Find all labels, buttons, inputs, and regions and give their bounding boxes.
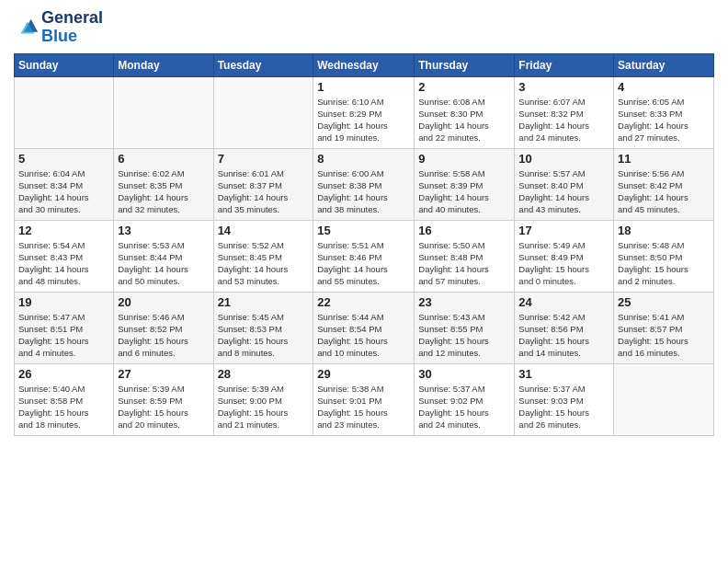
calendar-day-9: 9Sunrise: 5:58 AMSunset: 8:39 PMDaylight…: [415, 148, 515, 220]
day-number: 19: [18, 295, 109, 309]
day-number: 16: [418, 224, 510, 237]
day-number: 23: [418, 295, 510, 309]
calendar-day-21: 21Sunrise: 5:45 AMSunset: 8:53 PMDayligh…: [213, 292, 313, 363]
logo-icon: [14, 15, 40, 40]
day-number: 17: [518, 224, 609, 237]
day-info: Sunrise: 5:54 AMSunset: 8:43 PMDaylight:…: [18, 239, 109, 288]
calendar-day-26: 26Sunrise: 5:40 AMSunset: 8:58 PMDayligh…: [15, 363, 114, 435]
calendar-day-31: 31Sunrise: 5:37 AMSunset: 9:03 PMDayligh…: [515, 363, 614, 435]
calendar-day-19: 19Sunrise: 5:47 AMSunset: 8:51 PMDayligh…: [15, 292, 114, 363]
calendar-header: SundayMondayTuesdayWednesdayThursdayFrid…: [15, 53, 714, 76]
day-number: 13: [118, 224, 209, 237]
day-info: Sunrise: 5:48 AMSunset: 8:50 PMDaylight:…: [618, 239, 710, 288]
calendar-day-18: 18Sunrise: 5:48 AMSunset: 8:50 PMDayligh…: [614, 220, 714, 292]
calendar-day-7: 7Sunrise: 6:01 AMSunset: 8:37 PMDaylight…: [213, 148, 313, 220]
weekday-header-friday: Friday: [515, 53, 614, 76]
day-info: Sunrise: 5:37 AMSunset: 9:02 PMDaylight:…: [418, 383, 510, 431]
day-number: 11: [618, 152, 710, 166]
day-info: Sunrise: 5:43 AMSunset: 8:55 PMDaylight:…: [418, 311, 510, 360]
calendar-day-empty: [15, 76, 114, 148]
calendar-day-15: 15Sunrise: 5:51 AMSunset: 8:46 PMDayligh…: [313, 220, 415, 292]
day-number: 20: [118, 295, 209, 309]
day-number: 6: [118, 152, 209, 166]
calendar-day-27: 27Sunrise: 5:39 AMSunset: 8:59 PMDayligh…: [114, 363, 213, 435]
calendar-day-4: 4Sunrise: 6:05 AMSunset: 8:33 PMDaylight…: [614, 76, 714, 148]
header: General Blue: [14, 9, 714, 46]
calendar-day-11: 11Sunrise: 5:56 AMSunset: 8:42 PMDayligh…: [614, 148, 714, 220]
calendar-day-2: 2Sunrise: 6:08 AMSunset: 8:30 PMDaylight…: [415, 76, 515, 148]
logo: General Blue: [14, 9, 103, 46]
day-number: 4: [618, 80, 710, 94]
calendar-week-row: 1Sunrise: 6:10 AMSunset: 8:29 PMDaylight…: [15, 76, 714, 148]
day-number: 31: [518, 367, 609, 381]
day-number: 9: [418, 152, 510, 166]
calendar-day-10: 10Sunrise: 5:57 AMSunset: 8:40 PMDayligh…: [515, 148, 614, 220]
day-info: Sunrise: 6:01 AMSunset: 8:37 PMDaylight:…: [218, 167, 310, 216]
day-info: Sunrise: 5:56 AMSunset: 8:42 PMDaylight:…: [618, 167, 710, 216]
day-number: 27: [118, 367, 209, 381]
calendar-day-6: 6Sunrise: 6:02 AMSunset: 8:35 PMDaylight…: [114, 148, 213, 220]
day-number: 12: [18, 224, 109, 237]
calendar-day-24: 24Sunrise: 5:42 AMSunset: 8:56 PMDayligh…: [515, 292, 614, 363]
weekday-header-tuesday: Tuesday: [213, 53, 313, 76]
calendar-day-28: 28Sunrise: 5:39 AMSunset: 9:00 PMDayligh…: [213, 363, 313, 435]
weekday-header-sunday: Sunday: [15, 53, 114, 76]
day-info: Sunrise: 5:52 AMSunset: 8:45 PMDaylight:…: [218, 239, 310, 288]
day-info: Sunrise: 6:10 AMSunset: 8:29 PMDaylight:…: [317, 96, 410, 144]
day-info: Sunrise: 5:41 AMSunset: 8:57 PMDaylight:…: [618, 311, 710, 360]
calendar-day-empty: [213, 76, 313, 148]
page: General Blue SundayMondayTuesdayWednesda…: [0, 0, 728, 563]
calendar-day-16: 16Sunrise: 5:50 AMSunset: 8:48 PMDayligh…: [415, 220, 515, 292]
day-info: Sunrise: 5:58 AMSunset: 8:39 PMDaylight:…: [418, 167, 510, 216]
day-info: Sunrise: 6:05 AMSunset: 8:33 PMDaylight:…: [618, 96, 710, 144]
calendar-day-8: 8Sunrise: 6:00 AMSunset: 8:38 PMDaylight…: [313, 148, 415, 220]
day-info: Sunrise: 5:49 AMSunset: 8:49 PMDaylight:…: [518, 239, 609, 288]
calendar-day-empty: [114, 76, 213, 148]
day-number: 1: [317, 80, 410, 94]
logo-line1: General: [41, 9, 103, 28]
day-info: Sunrise: 5:44 AMSunset: 8:54 PMDaylight:…: [317, 311, 410, 360]
day-info: Sunrise: 5:51 AMSunset: 8:46 PMDaylight:…: [317, 239, 410, 288]
weekday-header-thursday: Thursday: [415, 53, 515, 76]
calendar-day-12: 12Sunrise: 5:54 AMSunset: 8:43 PMDayligh…: [15, 220, 114, 292]
day-number: 18: [618, 224, 710, 237]
weekday-header-saturday: Saturday: [614, 53, 714, 76]
calendar-day-20: 20Sunrise: 5:46 AMSunset: 8:52 PMDayligh…: [114, 292, 213, 363]
day-info: Sunrise: 6:07 AMSunset: 8:32 PMDaylight:…: [518, 96, 609, 144]
day-number: 8: [317, 152, 410, 166]
day-info: Sunrise: 5:45 AMSunset: 8:53 PMDaylight:…: [218, 311, 310, 360]
day-info: Sunrise: 6:00 AMSunset: 8:38 PMDaylight:…: [317, 167, 410, 216]
day-info: Sunrise: 5:37 AMSunset: 9:03 PMDaylight:…: [518, 383, 609, 431]
day-info: Sunrise: 5:39 AMSunset: 9:00 PMDaylight:…: [218, 383, 310, 431]
calendar-week-row: 5Sunrise: 6:04 AMSunset: 8:34 PMDaylight…: [15, 148, 714, 220]
day-number: 28: [218, 367, 310, 381]
day-number: 5: [18, 152, 109, 166]
calendar-day-29: 29Sunrise: 5:38 AMSunset: 9:01 PMDayligh…: [313, 363, 415, 435]
logo-line2: Blue: [41, 28, 103, 46]
day-info: Sunrise: 5:40 AMSunset: 8:58 PMDaylight:…: [18, 383, 109, 431]
day-info: Sunrise: 5:38 AMSunset: 9:01 PMDaylight:…: [317, 383, 410, 431]
calendar-day-3: 3Sunrise: 6:07 AMSunset: 8:32 PMDaylight…: [515, 76, 614, 148]
calendar-day-13: 13Sunrise: 5:53 AMSunset: 8:44 PMDayligh…: [114, 220, 213, 292]
day-number: 25: [618, 295, 710, 309]
day-number: 29: [317, 367, 410, 381]
weekday-header-monday: Monday: [114, 53, 213, 76]
calendar-day-30: 30Sunrise: 5:37 AMSunset: 9:02 PMDayligh…: [415, 363, 515, 435]
calendar-week-row: 26Sunrise: 5:40 AMSunset: 8:58 PMDayligh…: [15, 363, 714, 435]
day-info: Sunrise: 5:57 AMSunset: 8:40 PMDaylight:…: [518, 167, 609, 216]
calendar-week-row: 19Sunrise: 5:47 AMSunset: 8:51 PMDayligh…: [15, 292, 714, 363]
logo-text: General Blue: [41, 9, 103, 46]
day-number: 7: [218, 152, 310, 166]
day-info: Sunrise: 6:02 AMSunset: 8:35 PMDaylight:…: [118, 167, 209, 216]
calendar-week-row: 12Sunrise: 5:54 AMSunset: 8:43 PMDayligh…: [15, 220, 714, 292]
calendar-table: SundayMondayTuesdayWednesdayThursdayFrid…: [14, 53, 714, 436]
weekday-header-wednesday: Wednesday: [313, 53, 415, 76]
calendar-day-14: 14Sunrise: 5:52 AMSunset: 8:45 PMDayligh…: [213, 220, 313, 292]
calendar-day-25: 25Sunrise: 5:41 AMSunset: 8:57 PMDayligh…: [614, 292, 714, 363]
day-number: 2: [418, 80, 510, 94]
day-number: 21: [218, 295, 310, 309]
day-info: Sunrise: 5:50 AMSunset: 8:48 PMDaylight:…: [418, 239, 510, 288]
day-info: Sunrise: 5:46 AMSunset: 8:52 PMDaylight:…: [118, 311, 209, 360]
calendar-day-17: 17Sunrise: 5:49 AMSunset: 8:49 PMDayligh…: [515, 220, 614, 292]
calendar-body: 1Sunrise: 6:10 AMSunset: 8:29 PMDaylight…: [15, 76, 714, 435]
